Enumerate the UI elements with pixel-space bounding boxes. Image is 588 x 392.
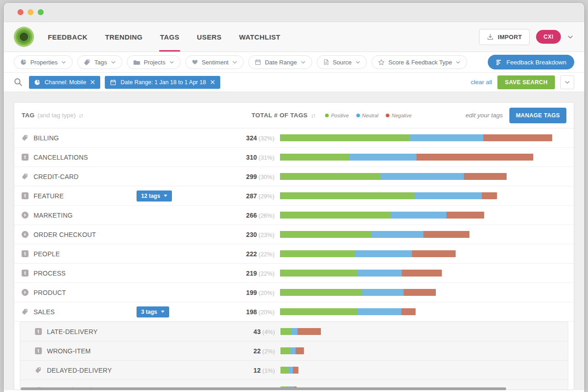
sentiment-segment-negative [404, 289, 436, 296]
tag-name: WRONG-ITEM [47, 347, 91, 355]
account-menu-chevron-down-icon[interactable] [567, 34, 573, 40]
total-column-header[interactable]: TOTAL # OF TAGS ↓↑ [251, 112, 315, 119]
table-row[interactable]: MARKETING266 (26%) [14, 206, 574, 225]
account-badge[interactable]: CXI [536, 30, 561, 44]
title-bar [4, 3, 584, 22]
filter-chips: Channel: MobileDate Range: 1 Jan 18 to 1… [29, 76, 220, 89]
table-row[interactable]: BILLING324 (32%) [14, 128, 574, 148]
tag-name: PRODUCT [34, 289, 66, 296]
tag-column-header[interactable]: TAG (and tag type) ↓↑ [22, 112, 196, 119]
tag-count-value: 222 [246, 250, 257, 258]
sentiment-bar [280, 270, 442, 277]
filter-chip-label: Date Range: 1 Jan 18 to 1 Apr 18 [120, 79, 206, 86]
table-row[interactable]: tPROCESS219 (22%) [14, 264, 574, 283]
tag-count: 198 (20%) [196, 308, 274, 316]
close-icon[interactable] [210, 80, 215, 85]
tab-watchlist[interactable]: WATCHLIST [239, 22, 280, 52]
filter-pill-sentiment[interactable]: Sentiment [185, 55, 244, 69]
tag-type-auto-icon [22, 212, 29, 219]
filter-chip[interactable]: Channel: Mobile [29, 76, 100, 89]
filter-pill-source[interactable]: Source [317, 55, 367, 69]
chevron-down-icon [169, 60, 174, 65]
tag-count-percent: (22%) [257, 251, 274, 258]
expand-tags-button[interactable]: 12 tags [137, 190, 172, 202]
horizontal-scrollbar[interactable] [21, 387, 506, 390]
tag-type-text-icon: t [22, 270, 29, 277]
tag-name-cell: CREDIT-CARD [22, 173, 137, 180]
sentiment-segment-positive [280, 192, 414, 199]
sort-icon[interactable]: ↓↑ [79, 112, 83, 119]
import-button[interactable]: IMPORT [479, 29, 530, 45]
sentiment-bar [280, 308, 416, 315]
tag-type-text-icon: t [35, 347, 42, 354]
minimize-window-button[interactable] [28, 9, 34, 15]
sentiment-segment-neutral [357, 270, 402, 277]
tag-count-value: 230 [246, 231, 257, 238]
table-row[interactable]: PRODUCT199 (20%) [14, 283, 574, 302]
table-row[interactable]: CREDIT-CARD299 (30%) [14, 167, 574, 186]
tag-name: LATE-DELIVERY [47, 328, 97, 335]
sentiment-segment-neutral [362, 289, 404, 296]
tab-users[interactable]: USERS [197, 22, 222, 52]
filter-chip-label: Channel: Mobile [45, 79, 86, 86]
sentiment-bar [280, 347, 304, 354]
filter-pill-score-feedback-type[interactable]: Score & Feedback Type [371, 55, 468, 69]
tag-name-cell: tLATE-DELIVERY [22, 328, 137, 335]
tag-name-cell: ORDER CHECKOUT [22, 231, 137, 238]
table-row[interactable]: tLATE-DELIVERY43 (4%) [20, 322, 568, 341]
tag-count-percent: (29%) [257, 193, 274, 200]
sort-icon[interactable]: ↓↑ [311, 112, 315, 119]
clear-all-link[interactable]: clear all [471, 79, 492, 86]
table-row[interactable]: tFEATURE12 tags287 (29%) [14, 186, 574, 206]
tag-name-cell: BILLING [22, 134, 137, 142]
chevron-down-icon [111, 60, 116, 65]
save-search-button[interactable]: SAVE SEARCH [497, 75, 555, 89]
tag-name: FEATURE [34, 192, 64, 200]
tag-count-percent: (22%) [257, 270, 274, 277]
tag-count-percent: (23%) [257, 231, 274, 238]
tag-name-cell: SALES [22, 308, 137, 316]
filter-chip[interactable]: Date Range: 1 Jan 18 to 1 Apr 18 [105, 76, 220, 89]
expand-tags-button[interactable]: 3 tags [137, 306, 169, 317]
tag-count: 12 (1%) [197, 367, 275, 374]
tag-count-value: 310 [246, 154, 257, 161]
save-search-options-button[interactable] [560, 75, 574, 89]
sentiment-bar [280, 173, 507, 180]
filter-pill-date-range[interactable]: Date Range [248, 55, 312, 69]
sentiment-segment-positive [280, 328, 291, 335]
search-icon[interactable] [14, 78, 23, 86]
table-row[interactable]: tWRONG-ITEM22 (2%) [20, 341, 568, 361]
app-window: FEEDBACK TRENDING TAGS USERS WATCHLIST I… [4, 3, 584, 392]
sentiment-segment-neutral [410, 134, 483, 141]
document-icon [323, 59, 329, 65]
edit-your-tags-hint: edit your tags [466, 112, 503, 119]
tag-count-percent: (32%) [257, 135, 274, 142]
filter-pill-projects[interactable]: Projects [127, 55, 181, 69]
sentiment-bar [280, 367, 298, 374]
legend-label: Positive [331, 113, 349, 118]
sentiment-bar-track [280, 270, 566, 277]
tag-type-text-icon: t [22, 154, 29, 161]
filter-pill-properties[interactable]: Properties [14, 55, 73, 69]
tag-count-value: 12 [253, 367, 261, 374]
table-row[interactable]: tCANCELLATIONS310 (31%) [14, 148, 574, 167]
sentiment-segment-positive [280, 134, 410, 141]
page-content: TAG (and tag type) ↓↑ TOTAL # OF TAGS ↓↑… [4, 92, 584, 390]
tab-tags[interactable]: TAGS [160, 22, 179, 52]
tab-trending[interactable]: TRENDING [105, 22, 143, 52]
table-row[interactable]: tPEOPLE222 (22%) [14, 244, 574, 264]
total-column-label: TOTAL # OF TAGS [251, 112, 308, 119]
close-icon[interactable] [90, 80, 95, 85]
table-row[interactable]: ORDER CHECKOUT230 (23%) [14, 225, 574, 244]
table-row[interactable]: DELAYED-DELIVERY12 (1%) [20, 361, 568, 380]
sentiment-bar [280, 212, 484, 219]
filter-pill-tags[interactable]: Tags [77, 55, 122, 69]
pie-chart-icon [34, 79, 40, 86]
tag-icon [84, 59, 91, 66]
tab-feedback[interactable]: FEEDBACK [48, 22, 88, 52]
feedback-breakdown-button[interactable]: Feedback Breakdown [488, 55, 574, 69]
close-window-button[interactable] [17, 9, 23, 15]
table-row[interactable]: SALES3 tags198 (20%) [14, 302, 574, 322]
manage-tags-button[interactable]: MANAGE TAGS [509, 108, 566, 123]
maximize-window-button[interactable] [38, 9, 44, 15]
